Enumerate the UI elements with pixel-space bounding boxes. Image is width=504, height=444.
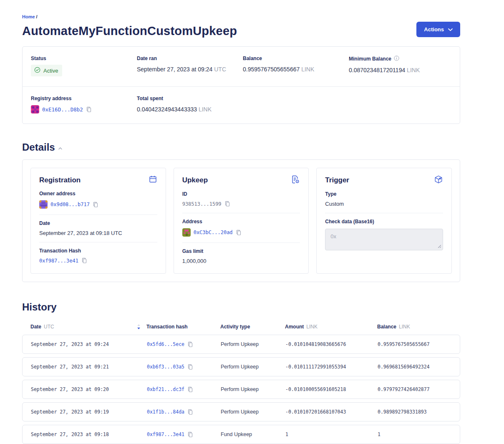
summary-row-2: Registry address 0xE16D...D8b2 Total spe… <box>23 86 460 124</box>
min-balance-unit: LINK <box>407 67 420 73</box>
history-row: September 27, 2023 at 09:240x5fd6...5ece… <box>22 335 460 354</box>
trigger-title: Trigger <box>325 176 349 184</box>
registration-date-field: Date September 27, 2023 at 09:18 UTC <box>39 215 157 242</box>
column-balance-unit: LINK <box>399 324 410 330</box>
column-balance[interactable]: Balance LINK <box>377 324 460 330</box>
status-badge: Active <box>31 65 62 76</box>
registry-address-link[interactable]: 0xE16D...D8b2 <box>42 106 83 113</box>
upkeep-address-label: Address <box>182 219 300 225</box>
copy-icon[interactable] <box>187 409 193 415</box>
copy-icon[interactable] <box>187 386 193 393</box>
check-data-input[interactable] <box>325 229 443 250</box>
row-activity-type: Fund Upkeep <box>221 431 285 437</box>
chevron-up-icon[interactable] <box>58 147 62 150</box>
summary-row-1: Status Active Date ran September 27, 202… <box>23 47 460 86</box>
trigger-type-value: Custom <box>325 201 443 207</box>
column-amount[interactable]: Amount LINK <box>285 324 377 330</box>
row-amount: -0.010104819083665676 <box>285 341 378 347</box>
gas-limit-field: Gas limit 1,000,000 <box>182 243 300 266</box>
row-balance: 0.989892798331893 <box>378 409 460 415</box>
row-tx-hash-link[interactable]: 0x1f1b...84da <box>147 409 184 415</box>
registration-date-label: Date <box>39 220 157 226</box>
upkeep-address-field: Address 0xC3bC...20ad <box>182 213 300 243</box>
owner-identicon <box>39 200 48 209</box>
history-rows: September 27, 2023 at 09:240x5fd6...5ece… <box>22 335 460 444</box>
copy-icon[interactable] <box>236 230 242 236</box>
copy-icon[interactable] <box>187 341 193 348</box>
registry-cell: Registry address 0xE16D...D8b2 <box>23 96 129 114</box>
history-table-header: Date UTC Transaction hash Activity type … <box>22 319 460 335</box>
row-date: September 27, 2023 at 09:21 <box>31 364 147 370</box>
registration-card: Registration Owner address 0x9d08...b717 <box>30 168 166 274</box>
balance-label: Balance <box>243 56 340 61</box>
row-balance: 0.9595767505655667 <box>378 341 460 347</box>
row-date: September 27, 2023 at 09:24 <box>31 341 147 347</box>
copy-icon[interactable] <box>224 201 230 207</box>
row-amount: -0.010100055691605218 <box>285 386 378 392</box>
status-label: Status <box>31 56 129 61</box>
upkeep-address-link[interactable]: 0xC3bC...20ad <box>194 230 233 235</box>
transaction-hash-field: Transaction Hash 0xf987...3e41 <box>39 242 157 265</box>
column-date[interactable]: Date UTC <box>30 324 146 330</box>
actions-button-label: Actions <box>424 26 444 33</box>
column-date-unit: UTC <box>44 324 54 330</box>
document-gear-icon <box>291 175 300 186</box>
copy-icon[interactable] <box>187 364 193 370</box>
row-balance: 1 <box>378 431 460 437</box>
row-activity-type: Perform Upkeep <box>221 364 285 370</box>
copy-icon[interactable] <box>81 257 87 264</box>
row-amount: -0.010111172991055394 <box>285 364 378 370</box>
column-balance-label: Balance <box>377 324 396 330</box>
upkeep-id-value: 938513...1599 <box>182 201 222 207</box>
history-heading: History <box>22 301 57 313</box>
breadcrumb: Home/ <box>22 14 460 19</box>
row-activity-type: Perform Upkeep <box>221 409 285 415</box>
owner-address-label: Owner address <box>39 191 157 197</box>
upkeep-address-identicon <box>182 228 191 237</box>
history-row: September 27, 2023 at 09:180xf987...3e41… <box>22 425 460 444</box>
trigger-type-field: Type Custom <box>325 186 443 213</box>
gas-limit-value: 1,000,000 <box>182 258 300 264</box>
copy-icon[interactable] <box>187 431 193 438</box>
status-cell: Status Active <box>23 56 129 76</box>
total-spent-value: 0.04042324943443333 <box>137 106 197 113</box>
upkeep-card: Upkeep ID 938513...1599 Address <box>174 168 309 274</box>
cube-icon <box>434 175 443 186</box>
transaction-hash-link[interactable]: 0xf987...3e41 <box>39 258 78 264</box>
balance-unit: LINK <box>301 66 314 73</box>
registry-label: Registry address <box>31 96 129 101</box>
column-activity-type[interactable]: Activity type <box>220 324 285 330</box>
sort-arrows-icon[interactable] <box>137 324 141 330</box>
summary-card: Status Active Date ran September 27, 202… <box>22 46 460 124</box>
details-heading: Details <box>22 141 55 153</box>
total-spent-label: Total spent <box>137 96 234 101</box>
total-spent-unit: LINK <box>199 106 212 113</box>
title-bar: AutomateMyFunctionCustomUpkeep Actions <box>22 22 460 38</box>
calendar-icon <box>149 175 157 185</box>
row-tx-hash-link[interactable]: 0xf987...3e41 <box>147 431 184 437</box>
column-transaction-hash[interactable]: Transaction hash <box>146 324 220 330</box>
min-balance-label: Minimum Balance <box>349 56 391 62</box>
row-amount: 1 <box>285 431 378 437</box>
row-balance: 0.9696815696492324 <box>378 364 460 370</box>
row-tx-hash-link[interactable]: 0xbf21...dc3f <box>147 386 184 392</box>
row-date: September 27, 2023 at 09:19 <box>31 409 147 415</box>
history-row: September 27, 2023 at 09:200xbf21...dc3f… <box>22 380 460 399</box>
breadcrumb-home-link[interactable]: Home <box>22 14 35 19</box>
info-icon[interactable] <box>394 56 399 62</box>
breadcrumb-separator: / <box>36 14 38 19</box>
date-ran-cell: Date ran September 27, 2023 at 09:24 UTC <box>129 56 234 76</box>
row-tx-hash-link[interactable]: 0xb6f3...03a5 <box>147 364 184 370</box>
row-tx-hash-link[interactable]: 0x5fd6...5ece <box>147 341 184 347</box>
copy-icon[interactable] <box>86 106 92 113</box>
owner-address-field: Owner address 0x9d08...b717 <box>39 185 157 215</box>
trigger-card: Trigger Type Custom Check data (Base16) <box>316 168 452 274</box>
upkeep-id-label: ID <box>182 191 300 197</box>
owner-address-link[interactable]: 0x9d08...b717 <box>50 202 90 207</box>
history-row: September 27, 2023 at 09:190x1f1b...84da… <box>22 402 460 421</box>
trigger-type-label: Type <box>325 191 443 197</box>
copy-icon[interactable] <box>93 202 98 208</box>
page-container: Home/ AutomateMyFunctionCustomUpkeep Act… <box>22 0 460 444</box>
actions-button[interactable]: Actions <box>416 22 460 37</box>
registration-title: Registration <box>39 176 81 184</box>
